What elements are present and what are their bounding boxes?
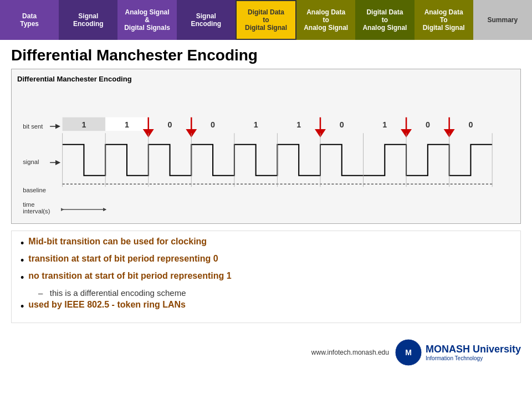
- svg-text:signal: signal: [23, 158, 39, 165]
- svg-text:1: 1: [382, 120, 387, 129]
- nav-signal-encoding-2[interactable]: SignalEncoding: [177, 0, 236, 40]
- page-title: Differential Manchester Encoding: [0, 40, 532, 69]
- monash-logo: M MONASH University Information Technolo…: [395, 339, 521, 366]
- diagram-title: Differential Manchester Encoding: [17, 75, 515, 83]
- bullet-2: • transition at start of bit period repr…: [21, 254, 511, 267]
- bullets-section: • Mid-bit transition can be used for clo…: [11, 231, 521, 323]
- nav-summary[interactable]: Summary: [473, 0, 532, 40]
- svg-text:0: 0: [468, 120, 473, 129]
- bullet-dot-3: •: [21, 272, 24, 284]
- svg-text:1: 1: [296, 120, 301, 129]
- footer-url: www.infotech.monash.edu: [311, 349, 389, 356]
- svg-text:time: time: [23, 201, 34, 208]
- diagram-box: Differential Manchester Encoding bit sen…: [11, 69, 521, 224]
- svg-text:bit sent: bit sent: [23, 123, 43, 130]
- svg-text:0: 0: [211, 120, 215, 129]
- monash-university-label: MONASH University: [426, 344, 521, 355]
- svg-text:1: 1: [254, 120, 258, 129]
- sub-bullet-1: – this is a differential encoding scheme: [38, 288, 511, 298]
- bullet-dot-1: •: [21, 238, 24, 249]
- nav-signal-encoding-1[interactable]: SignalEncoding: [59, 0, 117, 40]
- nav-analog-to-analog[interactable]: Analog DatatoAnalog Signal: [296, 0, 355, 40]
- nav-analog-to-digital[interactable]: Analog DataToDigital Signal: [415, 0, 473, 40]
- nav-digital-to-analog[interactable]: Digital DatatoAnalog Signal: [355, 0, 414, 40]
- svg-text:0: 0: [168, 120, 172, 129]
- svg-text:1: 1: [125, 120, 129, 129]
- svg-text:0: 0: [340, 120, 344, 129]
- bullet-dot-4: •: [21, 301, 24, 313]
- bullet-dot-2: •: [21, 255, 24, 267]
- bullet-3: • no transition at start of bit period r…: [21, 271, 511, 284]
- bullet-text-2: transition at start of bit period repres…: [28, 254, 218, 264]
- nav-digital-to-digital[interactable]: Digital DatatoDigital Signal: [236, 0, 296, 40]
- nav-data-types[interactable]: DataTypes: [0, 0, 59, 40]
- bullet-text-1: Mid-bit transition can be used for clock…: [28, 237, 207, 247]
- nav-analog-digital[interactable]: Analog Signal &Digital Signals: [117, 0, 176, 40]
- bullet-text-4: used by IEEE 802.5 - token ring LANs: [28, 300, 186, 310]
- footer: www.infotech.monash.edu M MONASH Univers…: [311, 339, 521, 366]
- navigation-bar: DataTypes SignalEncoding Analog Signal &…: [0, 0, 532, 40]
- svg-text:0: 0: [426, 120, 430, 129]
- monash-dept-label: Information Technology: [426, 355, 521, 361]
- svg-text:1: 1: [81, 120, 86, 129]
- bullet-1: • Mid-bit transition can be used for clo…: [21, 237, 511, 249]
- encoding-diagram: bit sent signal baseline time interval(s…: [17, 86, 515, 219]
- bullet-text-3: no transition at start of bit period rep…: [28, 271, 231, 281]
- svg-text:baseline: baseline: [23, 187, 46, 193]
- monash-crest-icon: M: [395, 339, 422, 366]
- bullet-4: • used by IEEE 802.5 - token ring LANs: [21, 300, 511, 313]
- svg-text:interval(s): interval(s): [23, 208, 50, 214]
- monash-text: MONASH University Information Technology: [426, 344, 521, 361]
- svg-text:M: M: [405, 348, 412, 357]
